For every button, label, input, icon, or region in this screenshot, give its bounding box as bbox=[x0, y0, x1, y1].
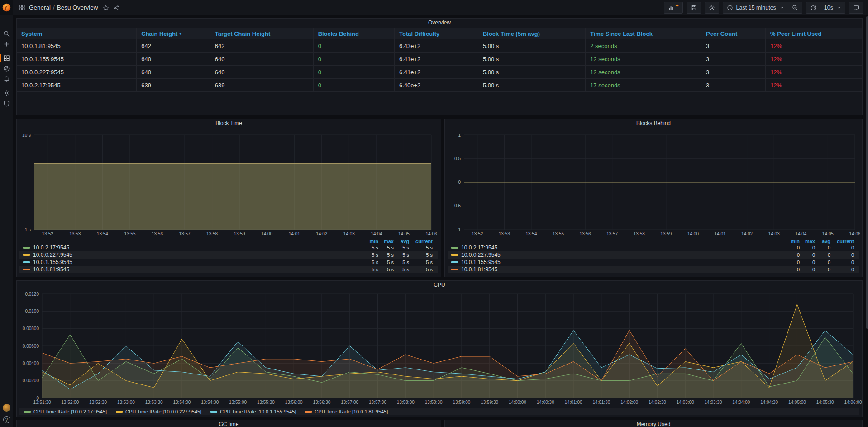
x-tick-label: 13:52:00 bbox=[61, 400, 79, 405]
legend-series-item[interactable]: CPU Time IRate [10.0.2.17:9545] bbox=[24, 409, 107, 414]
panel-title-gc-time[interactable]: GC time bbox=[17, 420, 441, 427]
zoom-out-button[interactable] bbox=[788, 2, 802, 14]
save-dashboard-button[interactable] bbox=[687, 2, 701, 14]
dashboards-button[interactable] bbox=[0, 53, 13, 63]
column-header[interactable]: % Peer Limit Used bbox=[766, 28, 862, 39]
legend-header-row: minmaxavgcurrent bbox=[19, 238, 438, 244]
x-tick-label: 13:58 bbox=[206, 231, 218, 236]
x-tick-label: 14:06 bbox=[425, 231, 437, 236]
x-tick-label: 13:57 bbox=[179, 231, 191, 236]
dashboard-grid-icon bbox=[19, 4, 25, 11]
table-cell: 10.0.1.81:9545 bbox=[17, 39, 137, 53]
legend-series-label[interactable]: 10.0.0.227:9545 bbox=[461, 252, 779, 258]
plus-icon bbox=[3, 41, 10, 48]
time-range-picker[interactable]: Last 15 minutes bbox=[723, 2, 788, 14]
legend-series-item[interactable]: CPU Time IRate [10.0.1.81:9545] bbox=[305, 409, 388, 414]
chevron-down-icon bbox=[779, 5, 784, 10]
user-avatar[interactable] bbox=[3, 404, 10, 412]
x-tick-label: 14:04 bbox=[371, 231, 382, 236]
table-cell: 640 bbox=[137, 66, 210, 79]
refresh-interval-dropdown[interactable]: 10s bbox=[820, 2, 845, 14]
legend-stat-value: 0 bbox=[815, 267, 830, 272]
server-admin-button[interactable] bbox=[0, 98, 13, 109]
legend-stat-header[interactable]: min bbox=[779, 239, 800, 244]
panel-title-blocks-behind[interactable]: Blocks Behind bbox=[445, 119, 862, 127]
column-header[interactable]: Peer Count bbox=[701, 28, 766, 39]
dashboard-settings-button[interactable] bbox=[705, 2, 719, 14]
x-tick-label: 14:05 bbox=[398, 231, 410, 236]
column-header-label: System bbox=[21, 30, 42, 37]
legend-swatch bbox=[23, 261, 30, 263]
column-header[interactable]: Total Difficulty bbox=[395, 28, 478, 39]
table-cell: 10.0.2.17:9545 bbox=[17, 79, 137, 92]
x-tick-label: 13:55 bbox=[553, 231, 564, 236]
legend-series-label[interactable]: 10.0.1.81:9545 bbox=[461, 266, 779, 273]
x-tick-label: 13:52 bbox=[472, 231, 483, 236]
legend-series-label[interactable]: 10.0.2.17:9545 bbox=[33, 245, 358, 251]
column-header[interactable]: Target Chain Height bbox=[210, 28, 314, 39]
legend-stat-header[interactable]: current bbox=[409, 239, 433, 244]
refresh-interval-label: 10s bbox=[824, 5, 833, 11]
table-row: 10.0.0.227:954564064006.41e+25.00 s12 se… bbox=[17, 66, 862, 79]
x-tick-label: 13:56 bbox=[152, 231, 163, 236]
legend-swatch bbox=[24, 411, 31, 413]
legend-stat-header[interactable]: current bbox=[830, 239, 854, 244]
legend-stat-header[interactable]: avg bbox=[394, 239, 409, 244]
cycle-view-mode-button[interactable] bbox=[849, 2, 863, 14]
grafana-logo[interactable] bbox=[0, 0, 13, 15]
column-header[interactable]: Time Since Last Block bbox=[586, 28, 701, 39]
create-button[interactable] bbox=[0, 39, 13, 49]
x-tick-label: 14:00 bbox=[687, 231, 699, 236]
column-header[interactable]: Blocks Behind bbox=[314, 28, 395, 39]
x-tick-label: 14:01 bbox=[289, 231, 300, 236]
legend-series-item[interactable]: CPU Time IRate [10.0.1.155:9545] bbox=[210, 409, 296, 414]
legend-series-label[interactable]: 10.0.0.227:9545 bbox=[33, 252, 358, 258]
share-dashboard-button[interactable] bbox=[114, 5, 120, 11]
table-cell: 10.0.1.155:9545 bbox=[17, 53, 137, 66]
panel-title-block-time[interactable]: Block Time bbox=[17, 119, 441, 127]
scrollbar-thumb[interactable] bbox=[866, 16, 868, 329]
legend-stat-header[interactable]: max bbox=[378, 239, 394, 244]
column-header[interactable]: Block Time (5m avg) bbox=[478, 28, 586, 39]
cpu-panel: CPU 0.01200.01000.008000.006000.004000.0… bbox=[16, 280, 863, 417]
x-tick-label: 13:56 bbox=[580, 231, 591, 236]
search-button[interactable] bbox=[0, 29, 13, 39]
star-icon bbox=[103, 5, 109, 11]
refresh-button[interactable] bbox=[806, 2, 820, 14]
legend-series-label[interactable]: 10.0.2.17:9545 bbox=[461, 245, 779, 251]
column-header[interactable]: Chain Height▾ bbox=[137, 28, 210, 39]
x-tick-label: 14:03 bbox=[343, 231, 355, 236]
legend-stat-header[interactable]: max bbox=[800, 239, 815, 244]
legend-stat-header[interactable]: min bbox=[358, 239, 378, 244]
star-dashboard-button[interactable] bbox=[103, 5, 109, 11]
x-tick-label: 14:01:30 bbox=[592, 400, 610, 405]
panel-title-memory-used[interactable]: Memory Used bbox=[445, 420, 862, 427]
x-tick-label: 13:54:00 bbox=[173, 400, 191, 405]
table-cell: 12% bbox=[766, 79, 862, 92]
legend-series-label[interactable]: 10.0.1.155:9545 bbox=[461, 259, 779, 265]
add-panel-icon bbox=[668, 5, 674, 11]
x-tick-label: 13:57:00 bbox=[341, 400, 358, 405]
alerting-button[interactable] bbox=[0, 74, 13, 84]
panel-title-cpu[interactable]: CPU bbox=[17, 281, 862, 289]
legend-stat-value: 0 bbox=[815, 245, 830, 250]
x-tick-label: 13:55:30 bbox=[257, 400, 275, 405]
legend-swatch bbox=[451, 261, 458, 263]
table-cell: 642 bbox=[137, 39, 210, 53]
table-cell: 12 seconds bbox=[586, 53, 701, 66]
legend-stat-header[interactable]: avg bbox=[815, 239, 830, 244]
add-panel-button[interactable]: + bbox=[664, 2, 683, 14]
legend-series-label[interactable]: 10.0.1.81:9545 bbox=[33, 266, 358, 273]
panel-title-overview[interactable]: Overview bbox=[17, 19, 862, 27]
table-cell: 6.40e+2 bbox=[395, 79, 478, 92]
x-tick-label: 14:02:30 bbox=[649, 400, 666, 405]
legend-series-item[interactable]: CPU Time IRate [10.0.0.227:9545] bbox=[116, 409, 201, 414]
help-button[interactable]: ? bbox=[3, 416, 10, 423]
column-header[interactable]: System bbox=[17, 28, 137, 39]
x-tick-label: 13:54 bbox=[525, 231, 537, 236]
breadcrumb-section[interactable]: General bbox=[29, 4, 51, 11]
configuration-button[interactable] bbox=[0, 88, 13, 98]
legend-series-label[interactable]: 10.0.1.155:9545 bbox=[33, 259, 358, 265]
explore-button[interactable] bbox=[0, 63, 13, 74]
x-tick-label: 13:59 bbox=[234, 231, 245, 236]
